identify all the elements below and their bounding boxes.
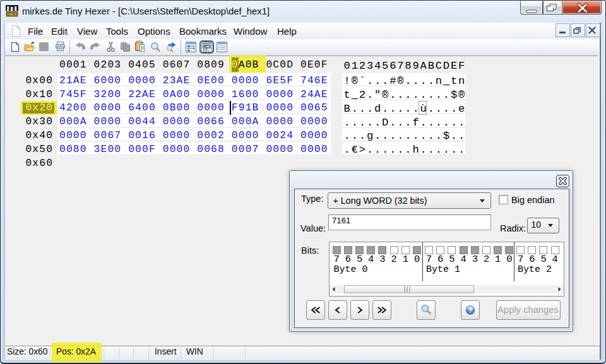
- svg-text:HEX: HEX: [7, 11, 16, 17]
- svg-text:?: ?: [468, 307, 472, 314]
